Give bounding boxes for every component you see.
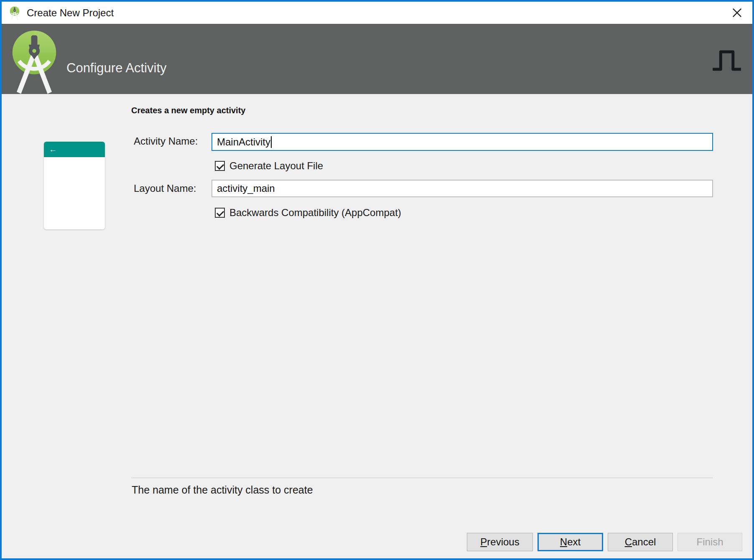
title-bar: Create New Project [2, 2, 752, 24]
activity-name-value: MainActivity [217, 136, 270, 148]
text-caret [271, 136, 272, 148]
finish-button[interactable]: Finish [678, 533, 742, 551]
next-button[interactable]: Next [537, 533, 603, 551]
generate-layout-label: Generate Layout File [229, 160, 323, 172]
previous-button[interactable]: Previous [467, 533, 533, 551]
layout-name-label: Layout Name: [134, 183, 196, 194]
preview-app-bar: ← [44, 142, 105, 157]
backwards-compat-label: Backwards Compatibility (AppCompat) [229, 207, 401, 219]
generate-layout-checkbox[interactable] [215, 161, 225, 171]
backwards-compat-checkbox-row[interactable]: Backwards Compatibility (AppCompat) [215, 207, 401, 219]
activity-name-input[interactable]: MainActivity [211, 133, 713, 151]
wizard-content: Creates a new empty activity ← Activity … [2, 94, 752, 558]
generate-layout-checkbox-row[interactable]: Generate Layout File [215, 160, 323, 172]
close-icon [731, 7, 743, 18]
close-button[interactable] [727, 3, 746, 23]
wizard-header: Configure Activity [2, 24, 752, 94]
cancel-button[interactable]: Cancel [608, 533, 673, 551]
backwards-compat-checkbox[interactable] [215, 208, 225, 218]
back-arrow-icon: ← [49, 145, 57, 153]
window-title: Create New Project [27, 7, 114, 19]
activity-name-label: Activity Name: [134, 135, 198, 147]
status-hint-text: The name of the activity class to create [132, 484, 313, 496]
wizard-step-title: Configure Activity [66, 61, 167, 76]
layout-name-value: activity_main [217, 183, 275, 194]
layout-name-input[interactable]: activity_main [211, 180, 713, 197]
template-description: Creates a new empty activity [131, 106, 245, 115]
activity-preview-thumbnail: ← [44, 142, 105, 229]
create-new-project-dialog: Create New Project Configure Activity Cr… [0, 0, 754, 560]
android-studio-logo-icon [11, 28, 58, 94]
status-divider [131, 478, 713, 478]
empty-activity-template-icon [711, 48, 743, 72]
android-studio-icon [8, 6, 22, 20]
